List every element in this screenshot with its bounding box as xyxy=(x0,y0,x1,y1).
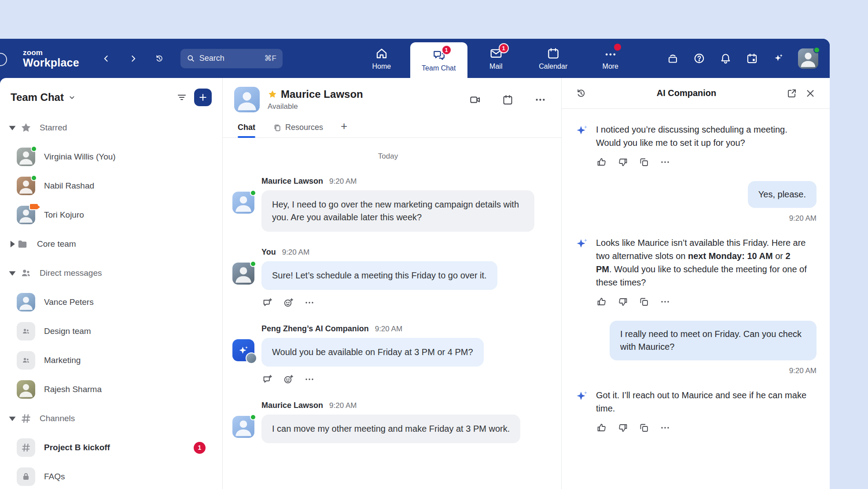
ai-message-text: Got it. I’ll reach out to Maurice and se… xyxy=(596,389,808,415)
copy-icon[interactable] xyxy=(638,422,650,433)
search-icon xyxy=(187,54,195,63)
message-header: You9:20 AM xyxy=(261,248,497,257)
video-call-icon[interactable] xyxy=(467,92,483,107)
zoom-workplace-logo: zoom Workplace xyxy=(23,49,79,68)
help-icon[interactable] xyxy=(692,52,706,65)
more-actions-icon[interactable] xyxy=(659,422,671,433)
message-time: 9:20 AM xyxy=(375,325,402,333)
sidebar-item[interactable]: Tori Kojuro xyxy=(0,200,222,230)
ai-user-message: Yes, please.9:20 AM xyxy=(575,181,817,223)
chat-header: Maurice Lawson Available xyxy=(223,78,561,117)
reply-in-thread-icon[interactable] xyxy=(261,297,273,308)
ai-history-icon[interactable] xyxy=(573,85,589,101)
caret-down-icon[interactable] xyxy=(8,414,17,423)
message-list[interactable]: Today Maurice Lawson9:20 AMHey, I need t… xyxy=(223,138,561,489)
person-silhouette xyxy=(17,293,35,311)
calendar-date-icon[interactable] xyxy=(745,52,758,65)
back-button[interactable] xyxy=(99,51,114,67)
thumbs-up-icon[interactable] xyxy=(596,156,607,168)
contact-avatar xyxy=(17,206,35,224)
nav-tab-home[interactable]: Home xyxy=(353,39,410,78)
more-actions-icon[interactable] xyxy=(659,296,671,307)
caret-right-icon[interactable] xyxy=(8,240,17,248)
add-tab-button[interactable]: + xyxy=(341,119,347,137)
tab-chat[interactable]: Chat xyxy=(238,123,255,137)
ai-user-message: I really need to meet on Friday. Can you… xyxy=(575,321,817,375)
sidebar-section-label: Channels xyxy=(40,414,75,423)
ai-message-actions xyxy=(596,156,808,168)
add-reaction-icon[interactable] xyxy=(283,374,294,385)
logo-zoom-text: zoom xyxy=(23,49,79,56)
presence-online-dot xyxy=(250,190,256,196)
pop-out-icon[interactable] xyxy=(784,85,800,101)
more-actions-icon[interactable] xyxy=(659,156,671,168)
presence-online-dot xyxy=(813,47,820,53)
thumbs-down-icon[interactable] xyxy=(617,296,629,307)
sidebar-section-direct-messages[interactable]: Direct messages xyxy=(0,259,222,288)
add-reaction-icon[interactable] xyxy=(283,297,294,308)
caret-down-icon[interactable] xyxy=(8,123,17,132)
sidebar-item[interactable]: Marketing xyxy=(0,346,222,375)
filter-icon[interactable] xyxy=(174,89,190,105)
sidebar-item[interactable]: Virginia Willis (You) xyxy=(0,142,222,171)
sidebar-title-dropdown[interactable]: Team Chat xyxy=(11,91,76,104)
sidebar-item[interactable]: Rajesh Sharma xyxy=(0,375,222,404)
message-sender: Peng Zheng’s AI Companion xyxy=(261,324,369,333)
reply-in-thread-icon[interactable] xyxy=(261,374,273,385)
nav-tab-team-chat[interactable]: 1Team Chat xyxy=(410,42,467,78)
thumbs-down-icon[interactable] xyxy=(617,156,629,168)
copy-icon[interactable] xyxy=(638,296,650,307)
thumbs-down-icon[interactable] xyxy=(617,422,629,433)
sidebar-item-label: Design team xyxy=(44,326,212,336)
message-time: 9:20 AM xyxy=(329,401,357,410)
contact-avatar xyxy=(17,293,35,311)
sidebar-item[interactable]: Vance Peters xyxy=(0,288,222,317)
forward-button[interactable] xyxy=(125,51,141,67)
ai-companion-icon[interactable] xyxy=(772,52,785,65)
caret-down-icon[interactable] xyxy=(8,269,17,278)
message-bubble: Sure! Let’s schedule a meeting this Frid… xyxy=(261,261,497,290)
sidebar-item-label: FAQs xyxy=(44,472,212,482)
starred-icon[interactable] xyxy=(268,89,277,99)
search-input[interactable]: Search ⌘F xyxy=(180,49,283,68)
contact-avatar xyxy=(17,148,35,166)
sidebar-item-label: Virginia Willis (You) xyxy=(44,152,212,162)
more-options-icon[interactable] xyxy=(532,92,548,107)
more-actions-icon[interactable] xyxy=(304,297,315,308)
peer-avatar[interactable] xyxy=(234,87,260,112)
ai-message: I noticed you’re discussing scheduling a… xyxy=(575,123,817,168)
hash-icon xyxy=(20,413,32,424)
user-avatar[interactable] xyxy=(798,48,818,69)
peer-status: Available xyxy=(268,102,363,111)
people-icon xyxy=(20,267,32,279)
sender-avatar xyxy=(232,263,254,285)
sidebar-item[interactable]: Core team xyxy=(0,230,222,259)
person-silhouette xyxy=(17,380,35,399)
thumbs-up-icon[interactable] xyxy=(596,296,607,307)
ai-message-list[interactable]: I noticed you’re discussing scheduling a… xyxy=(562,109,830,489)
sidebar-item[interactable]: Design team xyxy=(0,317,222,346)
thumbs-up-icon[interactable] xyxy=(596,422,607,433)
nav-tab-more[interactable]: More xyxy=(582,39,639,78)
sidebar-item[interactable]: FAQs xyxy=(0,462,222,489)
sidebar-item[interactable]: Nabil Rashad xyxy=(0,171,222,200)
owner-mini-avatar xyxy=(246,352,257,364)
more-actions-icon[interactable] xyxy=(304,374,315,385)
message-body: Peng Zheng’s AI Companion9:20 AMWould yo… xyxy=(261,324,484,385)
sidebar-section-starred[interactable]: Starred xyxy=(0,113,222,142)
notifications-icon[interactable] xyxy=(719,52,732,65)
nav-tab-mail[interactable]: 1Mail xyxy=(467,39,525,78)
unread-badge: 1 xyxy=(499,43,509,53)
add-chat-button[interactable] xyxy=(194,89,212,106)
sidebar-section-channels[interactable]: Channels xyxy=(0,404,222,433)
ai-message-body: I noticed you’re discussing scheduling a… xyxy=(596,123,808,168)
history-icon[interactable] xyxy=(151,51,167,67)
rooms-icon[interactable] xyxy=(666,52,679,65)
nav-tab-calendar[interactable]: Calendar xyxy=(525,39,582,78)
copy-icon[interactable] xyxy=(638,156,650,168)
tab-resources[interactable]: Resources xyxy=(273,123,323,137)
schedule-meeting-icon[interactable] xyxy=(500,92,515,107)
close-icon[interactable] xyxy=(802,85,818,101)
sidebar-item[interactable]: Project B kickoff1 xyxy=(0,433,222,462)
message-bubble: I can move my other meeting and make Fri… xyxy=(261,415,520,443)
